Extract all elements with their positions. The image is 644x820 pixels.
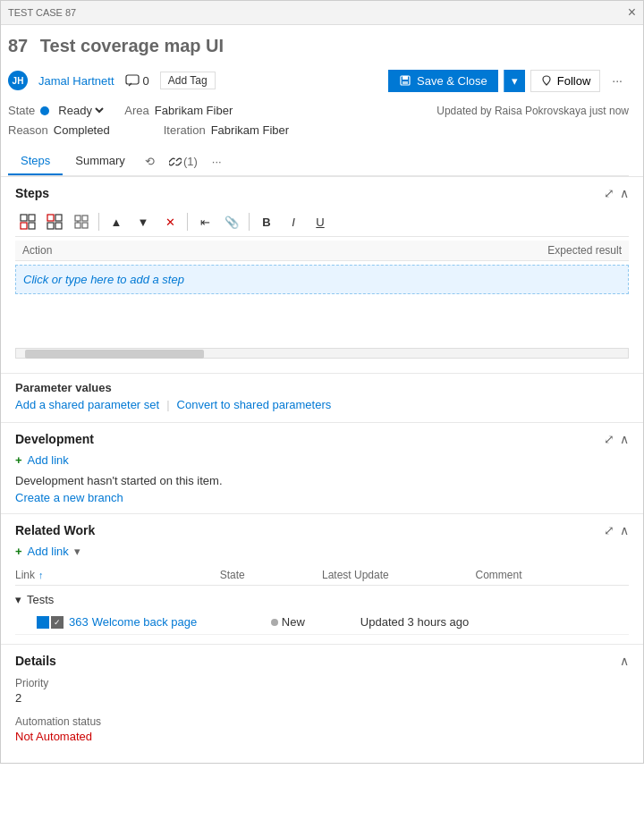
- tab-summary[interactable]: Summary: [63, 148, 138, 175]
- close-icon[interactable]: ×: [628, 4, 636, 21]
- area-field: Area Fabrikam Fiber: [124, 104, 233, 117]
- tab-steps[interactable]: Steps: [8, 148, 63, 175]
- table-row: ✓ 363 Welcome back page New Updated 3 ho…: [15, 610, 629, 635]
- save-close-dropdown-button[interactable]: ▾: [504, 70, 525, 92]
- expand-related-icon[interactable]: ⤢: [604, 523, 614, 537]
- area-value: Fabrikam Fiber: [155, 104, 233, 117]
- iteration-label: Iteration: [164, 123, 206, 137]
- add-link-dropdown-icon[interactable]: ▾: [74, 545, 80, 558]
- svg-rect-15: [82, 223, 88, 228]
- tab-history[interactable]: ⟲: [138, 151, 162, 172]
- comment-icon[interactable]: 0: [125, 74, 149, 88]
- tab-links[interactable]: (1): [162, 151, 205, 172]
- iteration-value: Fabrikam Fiber: [211, 123, 289, 137]
- horizontal-scrollbar[interactable]: [15, 348, 629, 359]
- comment-count: 0: [143, 74, 149, 88]
- development-title: Development: [15, 432, 94, 446]
- move-up-btn[interactable]: ▲: [104, 211, 129, 232]
- avatar: JH: [8, 71, 28, 90]
- tests-chevron-icon: ▾: [15, 593, 21, 606]
- title-bar-label: TEST CASE 87: [8, 7, 76, 18]
- development-section: Development ⤢ ∧ + Add link Development h…: [1, 423, 643, 514]
- expand-steps-icon[interactable]: ⤢: [604, 186, 614, 200]
- work-item-name-link[interactable]: Welcome back page: [92, 615, 271, 629]
- tests-group-header[interactable]: ▾ Tests: [15, 589, 629, 610]
- sort-arrow-icon[interactable]: ↑: [38, 570, 44, 580]
- reason-value: Completed: [54, 123, 110, 137]
- more-options-button[interactable]: ···: [606, 69, 629, 92]
- add-tag-button[interactable]: Add Tag: [160, 72, 216, 89]
- follow-label: Follow: [557, 74, 591, 88]
- svg-rect-2: [402, 76, 408, 80]
- svg-rect-14: [75, 223, 80, 228]
- steps-section: Steps ⤢ ∧ ▲ ▼ ✕ ⇤ 📎 B: [1, 177, 643, 374]
- work-item-state-icon: ✓: [51, 616, 64, 629]
- state-circle-icon: [271, 619, 278, 626]
- svg-rect-4: [21, 215, 27, 221]
- svg-rect-0: [126, 75, 139, 84]
- col-update-label: Latest Update: [322, 569, 476, 581]
- svg-rect-10: [55, 215, 62, 221]
- add-link-related-button[interactable]: + Add link: [15, 545, 69, 558]
- collapse-steps-icon[interactable]: ∧: [620, 186, 629, 200]
- insert-shared-step-btn[interactable]: [69, 211, 94, 232]
- collapse-dev-icon[interactable]: ∧: [620, 432, 629, 446]
- param-separator: |: [166, 398, 169, 411]
- steps-toolbar: ▲ ▼ ✕ ⇤ 📎 B I U: [15, 207, 629, 237]
- delete-step-btn[interactable]: ✕: [157, 211, 182, 232]
- svg-rect-3: [402, 81, 408, 84]
- tabs: Steps Summary ⟲ (1) ···: [8, 148, 629, 176]
- priority-field: Priority 2: [15, 677, 629, 705]
- dev-status-text: Development hasn't started on this item.: [15, 474, 629, 487]
- collapse-details-icon[interactable]: ∧: [620, 654, 629, 668]
- svg-rect-11: [55, 223, 62, 229]
- state-field: State Ready: [8, 103, 106, 118]
- col-link-label: Link: [15, 569, 35, 581]
- save-close-button[interactable]: Save & Close: [388, 70, 498, 92]
- reason-label: Reason: [8, 123, 48, 137]
- insert-step-below-btn[interactable]: [42, 211, 67, 232]
- automation-label: Automation status: [15, 715, 629, 728]
- svg-rect-6: [29, 215, 35, 221]
- iteration-field: Iteration Fabrikam Fiber: [164, 123, 289, 137]
- priority-value: 2: [15, 691, 629, 705]
- convert-shared-param-link[interactable]: Convert to shared parameters: [177, 398, 332, 411]
- tests-group-label: Tests: [27, 593, 54, 606]
- add-step-area[interactable]: Click or type here to add a step: [15, 265, 629, 294]
- svg-rect-13: [82, 216, 88, 221]
- tab-more[interactable]: ···: [205, 151, 229, 172]
- move-down-btn[interactable]: ▼: [131, 211, 156, 232]
- bold-btn[interactable]: B: [254, 211, 279, 232]
- case-number: 87: [8, 36, 28, 55]
- updated-text: Updated by Raisa Pokrovskaya just now: [436, 105, 629, 117]
- expand-dev-icon[interactable]: ⤢: [604, 432, 614, 446]
- action-buttons: Save & Close ▾ Follow ···: [388, 69, 629, 92]
- details-section: Details ∧ Priority 2 Automation status N…: [1, 645, 643, 763]
- parameter-section: Parameter values Add a shared parameter …: [1, 374, 643, 423]
- case-title: Test coverage map UI: [40, 36, 224, 55]
- create-branch-link[interactable]: Create a new branch: [15, 491, 123, 504]
- tests-group: ▾ Tests ✓ 363 Welcome back page New Upda…: [15, 589, 629, 635]
- state-dropdown[interactable]: Ready: [55, 103, 106, 118]
- add-link-dev-button[interactable]: + Add link: [15, 453, 69, 467]
- insert-step-above-btn[interactable]: [15, 211, 40, 232]
- link-count: (1): [183, 155, 198, 168]
- underline-btn[interactable]: U: [308, 211, 333, 232]
- author-name[interactable]: Jamal Hartnett: [38, 74, 114, 88]
- italic-btn[interactable]: I: [281, 211, 306, 232]
- indent-btn[interactable]: ⇤: [192, 211, 217, 232]
- automation-value: Not Automated: [15, 730, 629, 743]
- work-item-type-icon: [37, 616, 49, 629]
- col-comment-label: Comment: [476, 569, 630, 581]
- follow-button[interactable]: Follow: [530, 70, 601, 92]
- plus-icon: +: [15, 453, 22, 467]
- collapse-related-icon[interactable]: ∧: [620, 523, 629, 537]
- area-label: Area: [124, 104, 148, 117]
- add-shared-param-link[interactable]: Add a shared parameter set: [15, 398, 159, 411]
- work-item-id-link[interactable]: 363: [69, 615, 89, 629]
- details-title: Details: [15, 654, 56, 668]
- automation-field: Automation status Not Automated: [15, 715, 629, 743]
- svg-rect-5: [21, 223, 27, 229]
- related-table-header: Link ↑ State Latest Update Comment: [15, 565, 629, 586]
- attach-btn[interactable]: 📎: [219, 211, 244, 232]
